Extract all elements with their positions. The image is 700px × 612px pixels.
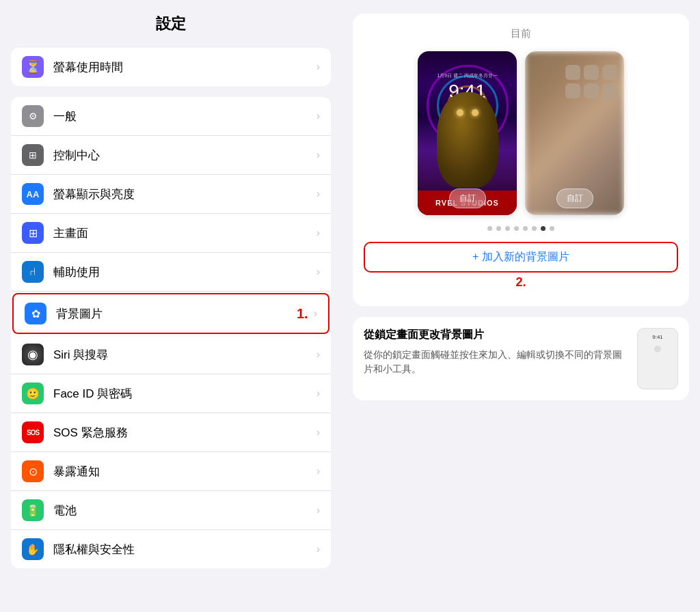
step1-number: 1. [297,306,308,322]
chevron-icon: › [317,61,320,73]
dot-6 [532,226,537,231]
chevron-icon: › [317,504,320,516]
dot-2 [496,226,501,231]
accessibility-label: 輔助使用 [53,264,317,280]
sidebar-item-siri[interactable]: ◉ Siri 與搜尋 › [11,335,331,374]
chevron-icon: › [317,149,320,161]
step2-number: 2. [364,275,678,290]
phone-mini-preview: 9:41 [637,328,678,389]
sidebar-item-general[interactable]: ⚙ 一般 › [11,97,331,136]
right-panel: 目前 1月9日 週二 丙戌年冬月廿一 9: [342,0,700,612]
from-lock-title: 從鎖定畫面更改背景圖片 [364,328,629,342]
phone-mini-dot [654,346,661,352]
groot-eye-left [457,109,463,116]
dot-1 [487,226,492,231]
ios-icon-5 [584,83,599,98]
wallpaper-label: 背景圖片 [56,306,291,322]
general-label: 一般 [53,109,317,124]
left-panel: 設定 ⏳ 螢幕使用時間 › ⚙ 一般 › ⊞ 控制中心 › AA 螢幕顯示與亮度… [0,0,342,612]
ios-icon-2 [584,65,599,80]
dot-5 [523,226,528,231]
control-center-icon: ⊞ [22,144,44,166]
chevron-icon: › [317,110,320,122]
sidebar-item-faceid[interactable]: 🙂 Face ID 與密碼 › [11,374,331,413]
privacy-icon: ✋ [22,538,44,560]
preview2-customize-btn[interactable]: 自訂 [556,189,593,208]
date-label: 1月9日 週二 丙戌年冬月廿一 [437,73,498,78]
from-lock-text: 從鎖定畫面更改背景圖片 從你的鎖定畫面觸碰並按住來加入、編輯或切換不同的背景圖片… [364,328,629,376]
sidebar-item-accessibility[interactable]: ⑁ 輔助使用 › [11,253,331,292]
sidebar-item-control-center[interactable]: ⊞ 控制中心 › [11,136,331,175]
sidebar-item-privacy[interactable]: ✋ 隱私權與安全性 › [11,530,331,568]
ios-icon-6 [602,83,617,98]
ios-icon-1 [565,65,580,80]
sidebar-item-home[interactable]: ⊞ 主畫面 › [11,214,331,253]
ios-icon-3 [602,65,617,80]
faceid-icon: 🙂 [22,382,44,404]
chevron-icon: › [317,426,320,439]
phone-mini-time: 9:41 [652,334,663,340]
dot-7 [541,226,546,231]
accessibility-icon: ⑁ [22,261,44,283]
card-title: 目前 [364,27,678,40]
sidebar-item-battery[interactable]: 🔋 電池 › [11,491,331,530]
sos-label: SOS 緊急服務 [53,425,317,441]
dots-indicator [364,226,678,231]
chevron-icon: › [317,188,320,200]
chevron-icon: › [317,543,320,555]
control-center-label: 控制中心 [53,148,317,163]
chevron-icon: › [317,227,320,239]
sidebar-item-exposure[interactable]: ⊙ 暴露通知 › [11,452,331,491]
chevron-icon: › [314,307,317,320]
battery-label: 電池 [53,503,317,518]
ios-icon-4 [565,83,580,98]
siri-label: Siri 與搜尋 [53,347,317,363]
groot-body [437,92,498,188]
privacy-label: 隱私權與安全性 [53,542,317,557]
wallpaper-icon: ✿ [25,303,46,324]
chevron-icon: › [317,465,320,477]
exposure-icon: ⊙ [22,460,44,482]
screen-time-group: ⏳ 螢幕使用時間 › [11,48,331,86]
sos-icon: SOS [22,421,44,443]
chevron-icon: › [317,348,320,361]
home-icon: ⊞ [22,222,44,244]
from-lock-card: 從鎖定畫面更改背景圖片 從你的鎖定畫面觸碰並按住來加入、編輯或切換不同的背景圖片… [353,317,689,400]
home-label: 主畫面 [53,225,317,241]
wallpaper-preview-1[interactable]: 1月9日 週二 丙戌年冬月廿一 9:41 [418,51,517,215]
from-lock-desc: 從你的鎖定畫面觸碰並按住來加入、編輯或切換不同的背景圖片和小工具。 [364,348,629,376]
groot-figure [437,79,498,188]
display-icon: AA [22,183,44,205]
wallpaper-previews: 1月9日 週二 丙戌年冬月廿一 9:41 [364,51,678,215]
sidebar-item-wallpaper[interactable]: ✿ 背景圖片 1. › [12,293,329,334]
faceid-label: Face ID 與密碼 [53,386,317,402]
dot-8 [550,226,554,231]
chevron-icon: › [317,387,320,400]
page-title: 設定 [11,14,331,34]
groot-eye-right [472,109,479,116]
general-icon: ⚙ [22,105,44,127]
sidebar-item-sos[interactable]: SOS SOS 緊急服務 › [11,413,331,452]
battery-icon: 🔋 [22,499,44,521]
display-label: 螢幕顯示與亮度 [53,186,317,202]
dot-4 [514,226,519,231]
exposure-label: 暴露通知 [53,464,317,479]
preview1-customize-btn[interactable]: 自訂 [449,189,486,208]
screen-time-icon: ⏳ [22,56,44,78]
screen-time-label: 螢幕使用時間 [53,59,317,75]
dot-3 [505,226,510,231]
add-wallpaper-button[interactable]: + 加入新的背景圖片 [364,242,678,273]
chevron-icon: › [317,266,320,278]
groot-eyes [457,109,479,116]
wallpaper-card: 目前 1月9日 週二 丙戌年冬月廿一 9: [353,14,689,306]
wallpaper-preview-2[interactable]: 自訂 [525,51,624,215]
ios-icons-overlay [565,65,617,98]
sidebar-item-display[interactable]: AA 螢幕顯示與亮度 › [11,175,331,214]
sidebar-item-screen-time[interactable]: ⏳ 螢幕使用時間 › [11,48,331,86]
main-settings-group: ⚙ 一般 › ⊞ 控制中心 › AA 螢幕顯示與亮度 › ⊞ 主畫面 › ⑁ 輔… [11,97,331,568]
siri-icon: ◉ [22,344,44,365]
